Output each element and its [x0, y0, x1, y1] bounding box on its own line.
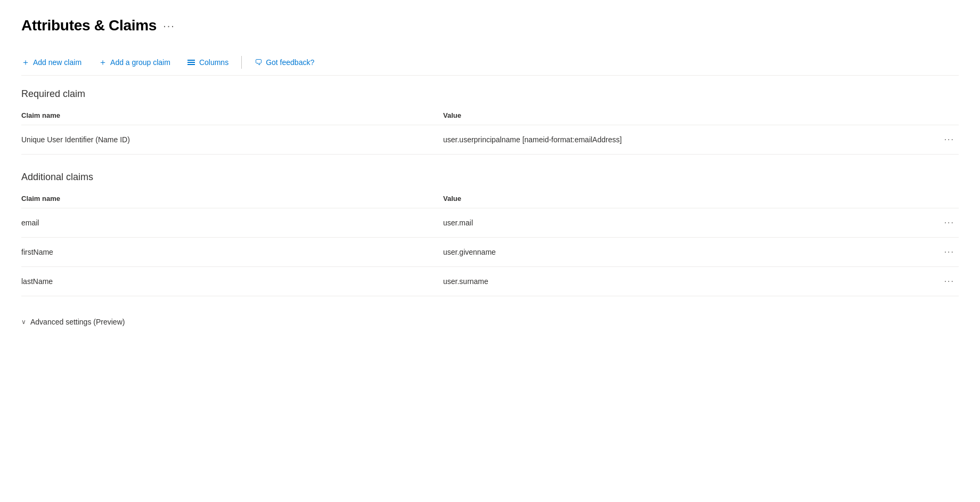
claim-value-cell: user.userprincipalname [nameid-format:em…	[443, 125, 937, 155]
feedback-button[interactable]: 🗨 Got feedback?	[246, 54, 323, 70]
more-options-button[interactable]: ···	[940, 216, 959, 230]
plus-icon-2: ＋	[99, 58, 107, 67]
claim-name-cell: Unique User Identifier (Name ID)	[21, 125, 443, 155]
add-new-claim-button[interactable]: ＋ Add new claim	[21, 55, 90, 70]
feedback-label: Got feedback?	[266, 58, 314, 67]
advanced-settings-toggle[interactable]: ∨ Advanced settings (Preview)	[21, 313, 959, 330]
feedback-icon: 🗨	[255, 58, 263, 67]
required-claims-header-row: Claim name Value	[21, 106, 959, 125]
additional-claim-actions-header	[937, 189, 959, 208]
claim-name-cell: email	[21, 208, 443, 238]
advanced-settings-label: Advanced settings (Preview)	[30, 318, 125, 326]
table-row: Unique User Identifier (Name ID)user.use…	[21, 125, 959, 155]
columns-icon	[187, 60, 195, 65]
required-claim-value-header: Value	[443, 106, 937, 125]
claim-value-cell: user.givenname	[443, 238, 937, 267]
additional-claims-title: Additional claims	[21, 172, 959, 183]
add-group-claim-label: Add a group claim	[110, 58, 170, 67]
page-title: Attributes & Claims	[21, 17, 157, 34]
chevron-down-icon: ∨	[21, 318, 26, 326]
page-more-icon[interactable]: ···	[163, 20, 175, 32]
claim-name-cell: firstName	[21, 238, 443, 267]
additional-claims-section: Additional claims Claim name Value email…	[21, 172, 959, 296]
columns-label: Columns	[199, 58, 228, 67]
required-claim-name-header: Claim name	[21, 106, 443, 125]
required-claims-table: Claim name Value Unique User Identifier …	[21, 106, 959, 155]
required-claims-title: Required claim	[21, 88, 959, 100]
more-options-button[interactable]: ···	[940, 245, 959, 259]
required-claims-section: Required claim Claim name Value Unique U…	[21, 88, 959, 155]
additional-claims-table: Claim name Value emailuser.mail···firstN…	[21, 189, 959, 296]
add-group-claim-button[interactable]: ＋ Add a group claim	[90, 55, 179, 70]
more-options-button[interactable]: ···	[940, 133, 959, 147]
plus-icon: ＋	[21, 58, 30, 67]
additional-claims-header-row: Claim name Value	[21, 189, 959, 208]
toolbar: ＋ Add new claim ＋ Add a group claim Colu…	[21, 49, 959, 76]
more-options-button[interactable]: ···	[940, 274, 959, 288]
required-claim-actions-header	[937, 106, 959, 125]
table-row: emailuser.mail···	[21, 208, 959, 238]
add-new-claim-label: Add new claim	[33, 58, 81, 67]
additional-claim-name-header: Claim name	[21, 189, 443, 208]
claim-value-cell: user.surname	[443, 267, 937, 296]
table-row: lastNameuser.surname···	[21, 267, 959, 296]
columns-button[interactable]: Columns	[179, 55, 237, 70]
claim-name-cell: lastName	[21, 267, 443, 296]
additional-claim-value-header: Value	[443, 189, 937, 208]
table-row: firstNameuser.givenname···	[21, 238, 959, 267]
toolbar-divider	[241, 56, 242, 69]
page-header: Attributes & Claims ···	[21, 17, 959, 34]
claim-value-cell: user.mail	[443, 208, 937, 238]
